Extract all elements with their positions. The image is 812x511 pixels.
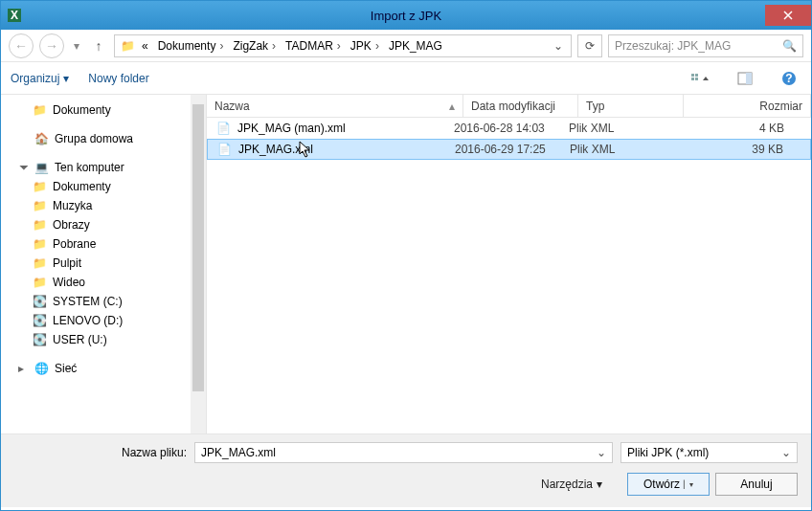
titlebar: X Import z JPK: [1, 1, 811, 30]
breadcrumb-item[interactable]: JPK_MAG: [385, 39, 446, 53]
tree-item[interactable]: 📁Dokumenty: [1, 177, 206, 196]
tree-scrollbar[interactable]: [191, 95, 206, 433]
tree-group-homegroup[interactable]: 🏠 Grupa domowa: [1, 129, 206, 148]
chevron-right-icon: ›: [375, 39, 379, 53]
xml-file-icon: 📄: [214, 122, 232, 135]
computer-icon: 💻: [34, 161, 49, 174]
file-date: 2016-06-29 17:25: [455, 143, 570, 156]
file-type: Plik XML: [569, 122, 674, 135]
tree-item[interactable]: 📁Pulpit: [1, 254, 206, 273]
search-input[interactable]: Przeszukaj: JPK_MAG 🔍: [608, 34, 803, 57]
tools-label: Narzędzia: [541, 478, 593, 491]
breadcrumb-item[interactable]: JPK ›: [347, 39, 383, 53]
filetype-value: Pliki JPK (*.xml): [627, 446, 709, 459]
file-date: 2016-06-28 14:03: [454, 122, 569, 135]
tree-label: Dokumenty: [53, 180, 111, 193]
breadcrumb-item[interactable]: ZigZak ›: [229, 39, 280, 53]
header-type[interactable]: Typ: [578, 95, 684, 117]
tree-item[interactable]: 📁Wideo: [1, 273, 206, 292]
drive-or-folder-icon: 📁: [32, 256, 47, 270]
file-size: 39 KB: [675, 143, 802, 156]
svg-rect-2: [691, 74, 694, 77]
chevron-right-icon: ›: [219, 39, 223, 53]
tree-label: Obrazy: [53, 218, 90, 232]
navigation-bar: ← → ▾ ↑ 📁 « Dokumenty › ZigZak › TADMAR …: [1, 30, 811, 62]
address-bar[interactable]: 📁 « Dokumenty › ZigZak › TADMAR › JPK › …: [114, 34, 572, 57]
expand-icon: ▸: [18, 362, 28, 375]
new-folder-button[interactable]: Nowy folder: [88, 72, 148, 85]
search-placeholder: Przeszukaj: JPK_MAG: [615, 39, 731, 53]
tools-button[interactable]: Narzędzia ▾: [541, 478, 602, 491]
tree-item[interactable]: 💽LENOVO (D:): [1, 311, 206, 330]
open-button[interactable]: Otwórz▏▾: [627, 473, 710, 496]
svg-rect-4: [691, 78, 694, 80]
refresh-button[interactable]: ⟳: [577, 34, 602, 57]
svg-rect-7: [746, 73, 752, 84]
drive-or-folder-icon: 📁: [32, 199, 47, 212]
file-list-header: Nazwa▴ Data modyfikacji Typ Rozmiar: [207, 95, 811, 118]
tree-item[interactable]: 💽USER (U:): [1, 330, 206, 349]
tree-item[interactable]: 📁 Dokumenty: [1, 100, 206, 120]
tree-label: USER (U:): [53, 333, 107, 346]
drive-or-folder-icon: 📁: [32, 276, 47, 289]
toolbar: Organizuj ▾ Nowy folder ?: [1, 62, 811, 95]
organize-button[interactable]: Organizuj ▾: [11, 72, 69, 85]
view-options-button[interactable]: [688, 68, 713, 89]
scrollbar-thumb[interactable]: [192, 104, 204, 391]
chevron-down-icon[interactable]: ⌄: [597, 446, 606, 459]
file-row[interactable]: 📄JPK_MAG (man).xml2016-06-28 14:03Plik X…: [207, 118, 811, 139]
xml-file-icon: 📄: [215, 143, 233, 156]
nav-forward-button[interactable]: →: [39, 33, 64, 58]
folder-icon: 📁: [32, 103, 47, 117]
tree-label: Pulpit: [53, 256, 81, 270]
help-button[interactable]: ?: [777, 68, 801, 89]
tree-label: Grupa domowa: [55, 132, 133, 145]
header-size[interactable]: Rozmiar: [684, 95, 811, 117]
preview-pane-button[interactable]: [733, 68, 757, 89]
nav-up-button[interactable]: ↑: [89, 33, 108, 58]
svg-rect-3: [695, 74, 698, 77]
drive-or-folder-icon: 💽: [32, 333, 47, 346]
file-list: Nazwa▴ Data modyfikacji Typ Rozmiar 📄JPK…: [207, 95, 811, 433]
chevron-right-icon: ›: [272, 39, 276, 53]
cancel-button[interactable]: Anuluj: [715, 473, 798, 496]
breadcrumb-item[interactable]: TADMAR ›: [282, 39, 345, 53]
sort-asc-icon: ▴: [449, 100, 455, 113]
filename-input[interactable]: JPK_MAG.xml ⌄: [194, 442, 613, 463]
drive-or-folder-icon: 💽: [32, 295, 47, 308]
header-date[interactable]: Data modyfikacji: [463, 95, 578, 117]
chevron-right-icon: ›: [337, 39, 341, 53]
filetype-select[interactable]: Pliki JPK (*.xml) ⌄: [620, 442, 798, 463]
svg-text:?: ?: [785, 72, 792, 85]
tree-label: Wideo: [53, 276, 85, 289]
tree-label: LENOVO (D:): [53, 314, 123, 327]
header-name[interactable]: Nazwa▴: [207, 95, 463, 117]
file-name: JPK_MAG.xml: [238, 143, 313, 156]
tree-item[interactable]: 📁Muzyka: [1, 196, 206, 215]
file-row[interactable]: 📄JPK_MAG.xml2016-06-29 17:25Plik XML39 K…: [207, 139, 811, 160]
tree-label: Dokumenty: [53, 103, 111, 117]
main-area: 📁 Dokumenty 🏠 Grupa domowa ⏷ 💻 Ten kompu…: [1, 95, 811, 433]
tree-item[interactable]: 📁Pobrane: [1, 234, 206, 254]
nav-back-button[interactable]: ←: [9, 33, 34, 58]
tree-label: Pobrane: [53, 237, 96, 251]
nav-history-dropdown[interactable]: ▾: [70, 33, 83, 58]
drive-or-folder-icon: 💽: [32, 314, 47, 327]
close-button[interactable]: [765, 5, 811, 26]
footer: Nazwa pliku: JPK_MAG.xml ⌄ Pliki JPK (*.…: [1, 433, 811, 507]
breadcrumb-prefix: «: [138, 39, 152, 53]
collapse-icon: ⏷: [18, 161, 28, 174]
homegroup-icon: 🏠: [34, 132, 49, 145]
tree-item[interactable]: 💽SYSTEM (C:): [1, 292, 206, 311]
tree-group-network[interactable]: ▸ 🌐 Sieć: [1, 359, 206, 378]
breadcrumb-item[interactable]: Dokumenty ›: [154, 39, 228, 53]
chevron-down-icon: ▾: [597, 478, 602, 491]
chevron-down-icon[interactable]: ⌄: [781, 446, 791, 459]
search-icon: 🔍: [782, 39, 797, 53]
tree-group-computer[interactable]: ⏷ 💻 Ten komputer: [1, 158, 206, 177]
folder-icon: 📁: [119, 39, 136, 53]
address-dropdown-icon[interactable]: ⌄: [550, 39, 567, 53]
tree-item[interactable]: 📁Obrazy: [1, 215, 206, 234]
chevron-down-icon: ▾: [63, 72, 69, 85]
app-excel-icon: X: [1, 1, 30, 30]
